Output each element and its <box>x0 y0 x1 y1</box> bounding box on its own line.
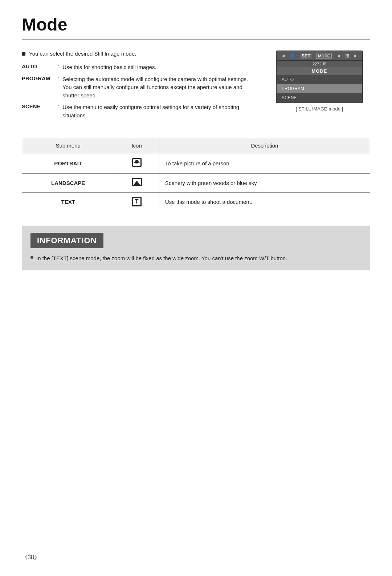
cam-grid-icon: ⊞ <box>345 53 349 59</box>
camera-screen: ◄ 👤 SET MODE ◄ ⊞ ► 2272 ⊞ MODE AUTO PROG… <box>276 51 363 103</box>
page-footer: 《38》 <box>22 554 40 561</box>
table-row-portrait: PORTRAIT To take picture of a person. <box>22 153 370 174</box>
table-header-submenu: Sub menu <box>22 138 114 153</box>
information-box: INFORMATION In the [TEXT] scene mode, th… <box>22 226 370 270</box>
cam-number: 2272 <box>313 62 321 66</box>
submenu-portrait: PORTRAIT <box>22 153 114 174</box>
icon-cell-portrait <box>114 153 159 174</box>
cam-caption: [ STILL IMAGE mode ] <box>296 106 343 112</box>
intro-block: You can select the desired Still Image m… <box>22 51 370 123</box>
cam-arrow-left-icon: ◄ <box>281 53 286 59</box>
intro-line: You can select the desired Still Image m… <box>22 51 254 57</box>
modes-text: You can select the desired Still Image m… <box>22 51 254 123</box>
table-header-description: Description <box>159 138 370 153</box>
mode-label-auto: AUTO <box>22 63 58 69</box>
submenu-text: TEXT <box>22 193 114 211</box>
icon-cell-landscape <box>114 174 159 193</box>
submenu-landscape: LANDSCAPE <box>22 174 114 193</box>
desc-portrait: To take picture of a person. <box>159 153 370 174</box>
mode-row-scene: SCENE : Use the menu to easily configure… <box>22 103 254 120</box>
mode-label-program: PROGRAM <box>22 75 58 81</box>
icon-cell-text: T <box>114 193 159 211</box>
cam-number-row: 2272 ⊞ <box>277 61 362 67</box>
table-row-landscape: LANDSCAPE Scenery with green woods or bl… <box>22 174 370 193</box>
info-text-1: In the [TEXT] scene mode, the zoom will … <box>36 254 287 263</box>
cam-person-icon: 👤 <box>290 53 295 59</box>
cam-menu-scene: SCENE <box>277 93 362 102</box>
mode-label-scene: SCENE <box>22 103 58 109</box>
text-icon: T <box>132 197 142 206</box>
mode-desc-scene: Use the menu to easily configure optimal… <box>62 103 254 120</box>
bullet-icon <box>22 52 25 56</box>
cam-top-bar: ◄ 👤 SET MODE ◄ ⊞ ► <box>277 51 362 61</box>
mode-row-program: PROGRAM : Selecting the automatic mode w… <box>22 75 254 100</box>
cam-set-icon: SET <box>300 53 312 59</box>
table-row-text: TEXT T Use this mode to shoot a document… <box>22 193 370 211</box>
landscape-icon <box>132 178 142 186</box>
table-header-icon: Icon <box>114 138 159 153</box>
portrait-icon <box>132 158 142 167</box>
desc-text: Use this mode to shoot a document. <box>159 193 370 211</box>
info-bullet-row: In the [TEXT] scene mode, the zoom will … <box>30 254 362 263</box>
mode-desc-auto: Use this for shooting basic still images… <box>62 63 156 72</box>
cam-menu-program: PROGRAM <box>277 84 362 93</box>
cam-mode-icon: MODE <box>316 53 332 59</box>
bullet-circle-icon <box>30 256 33 259</box>
scene-table: Sub menu Icon Description PORTRAIT To ta… <box>22 138 370 211</box>
mode-desc-program: Selecting the automatic mode will config… <box>62 75 254 100</box>
cam-mode-header: MODE <box>277 67 362 75</box>
camera-ui: ◄ 👤 SET MODE ◄ ⊞ ► 2272 ⊞ MODE AUTO PROG… <box>269 51 370 123</box>
mode-row-auto: AUTO : Use this for shooting basic still… <box>22 63 254 72</box>
intro-description: You can select the desired Still Image m… <box>29 51 136 57</box>
page-title: Mode <box>22 15 370 40</box>
information-header: INFORMATION <box>30 233 103 248</box>
cam-grid-small-icon: ⊞ <box>323 61 326 66</box>
cam-menu-auto: AUTO <box>277 75 362 84</box>
modes-list: AUTO : Use this for shooting basic still… <box>22 63 254 120</box>
cam-sound-icon: ◄ <box>336 53 341 59</box>
desc-landscape: Scenery with green woods or blue sky. <box>159 174 370 193</box>
cam-arrow-right-icon: ► <box>353 53 358 59</box>
table-header-row: Sub menu Icon Description <box>22 138 370 153</box>
